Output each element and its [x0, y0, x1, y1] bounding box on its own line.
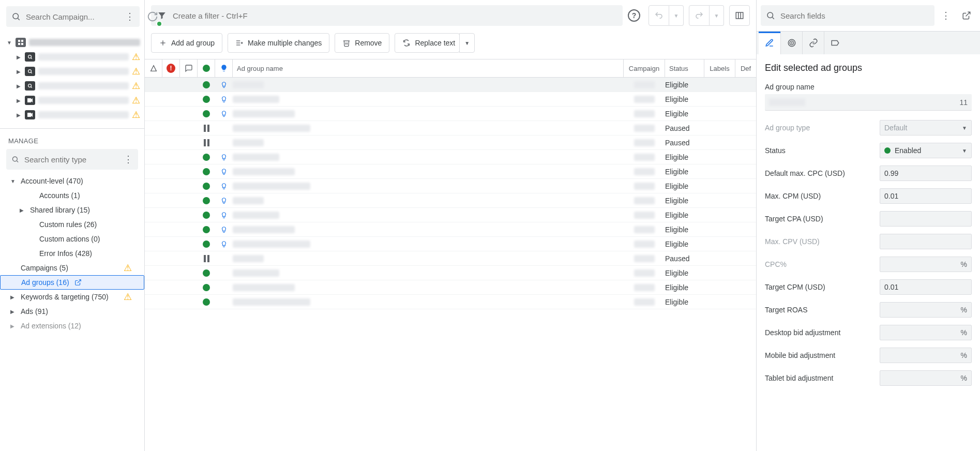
redo-button[interactable] [689, 5, 710, 26]
more-icon[interactable]: ⋮ [937, 6, 955, 25]
tab-edit[interactable] [759, 32, 780, 54]
sync-button[interactable] [144, 7, 161, 26]
table-row[interactable]: Eligible [145, 222, 756, 237]
table-row[interactable]: Eligible [145, 150, 756, 164]
make-multiple-changes-button[interactable]: Make multiple changes [228, 33, 329, 53]
tree-row[interactable]: ▶⚠ [4, 79, 140, 93]
table-row[interactable]: Eligible [145, 164, 756, 179]
entity-keywords-targeting[interactable]: ▶Keywords & targeting (750)⚠ [0, 290, 144, 304]
bulb-icon [220, 168, 228, 175]
table-row[interactable]: Eligible [145, 295, 756, 309]
table-row[interactable]: Eligible [145, 107, 756, 121]
help-icon[interactable]: ? [628, 9, 640, 22]
input-target-roas[interactable]: % [880, 302, 972, 318]
label-default-max-cpc: Default max. CPC (USD) [765, 169, 873, 177]
remove-button[interactable]: Remove [335, 33, 389, 53]
columns-button[interactable] [729, 5, 750, 26]
label-target-cpm: Target CPM (USD) [765, 283, 873, 291]
col-status[interactable]: Status [665, 59, 704, 77]
entity-accounts[interactable]: Accounts (1) [0, 188, 144, 203]
bulb-icon [220, 212, 228, 219]
input-ad-group-name[interactable]: 11 [765, 94, 972, 111]
status-enabled-icon [203, 284, 210, 291]
comment-icon [185, 64, 193, 72]
tree-row[interactable]: ▶⚠ [4, 93, 140, 108]
label-desktop-bid: Desktop bid adjustment [765, 328, 873, 337]
entity-custom-rules[interactable]: Custom rules (26) [0, 217, 144, 232]
more-icon[interactable]: ⋮ [124, 154, 133, 165]
tab-urls[interactable] [802, 32, 824, 54]
status-enabled-icon [203, 298, 210, 306]
search-campaign-icon [25, 81, 35, 91]
tab-targeting[interactable] [780, 32, 802, 54]
undo-button[interactable] [649, 5, 669, 26]
table-row[interactable]: Paused [145, 121, 756, 136]
campaign-search-input[interactable] [25, 12, 125, 22]
popout-icon[interactable] [957, 6, 976, 25]
col-ad-group-name[interactable]: Ad group name [233, 59, 624, 77]
table-row[interactable]: Eligible [145, 78, 756, 92]
tree-row[interactable]: ▶⚠ [4, 108, 140, 122]
table-row[interactable]: Eligible [145, 179, 756, 193]
table-row[interactable]: Eligible [145, 266, 756, 280]
edit-tabs [757, 32, 980, 54]
status-enabled-icon [203, 110, 210, 117]
replace-text-button[interactable]: Replace text [395, 33, 460, 53]
status-enabled-icon [203, 240, 210, 248]
entity-custom-actions[interactable]: Custom actions (0) [0, 232, 144, 246]
fields-search-input[interactable] [779, 11, 929, 21]
filter-bar[interactable] [151, 5, 623, 26]
horizontal-scrollbar[interactable] [145, 443, 756, 451]
status-paused-icon [204, 125, 209, 132]
more-icon[interactable]: ⋮ [125, 11, 134, 22]
input-target-cpm[interactable]: 0.01 [880, 279, 972, 295]
tree-row[interactable]: ▶⚠ [4, 50, 140, 64]
svg-rect-4 [18, 43, 20, 45]
entity-type-search[interactable]: ⋮ [6, 149, 138, 170]
col-default[interactable]: Def [735, 59, 756, 77]
add-ad-group-button[interactable]: Add ad group [151, 33, 222, 53]
table-row[interactable]: Eligible [145, 193, 756, 208]
input-desktop-bid[interactable]: % [880, 325, 972, 340]
bulb-icon [220, 81, 228, 88]
table-row[interactable]: Eligible [145, 92, 756, 107]
redo-dropdown[interactable]: ▼ [710, 5, 724, 26]
col-labels[interactable]: Labels [704, 59, 735, 77]
undo-dropdown[interactable]: ▼ [669, 5, 684, 26]
bulb-icon [220, 197, 228, 204]
col-campaign[interactable]: Campaign [624, 59, 665, 77]
undo-group: ▼ [649, 5, 684, 26]
filter-input[interactable] [172, 11, 616, 21]
replace-text-dropdown[interactable]: ▼ [459, 33, 475, 53]
table-row[interactable]: Eligible [145, 237, 756, 251]
campaign-search[interactable]: ⋮ [6, 6, 140, 27]
entity-account-level[interactable]: ▼Account-level (470) [0, 174, 144, 188]
svg-marker-13 [31, 98, 33, 102]
input-default-max-cpc[interactable]: 0.99 [880, 166, 972, 181]
entity-type-input[interactable] [23, 155, 124, 164]
entity-ad-groups[interactable]: Ad groups (16) [0, 275, 144, 290]
tab-labels[interactable] [824, 32, 846, 54]
warning-icon: ⚠ [124, 262, 132, 274]
table-row[interactable]: Eligible [145, 280, 756, 295]
open-external-icon[interactable] [74, 279, 82, 286]
fields-search[interactable] [761, 5, 934, 26]
input-tablet-bid[interactable]: % [880, 370, 972, 386]
tree-row[interactable]: ▼ [4, 35, 140, 50]
input-status[interactable]: Enabled▼ [880, 143, 972, 158]
input-max-cpm[interactable]: 0.01 [880, 188, 972, 204]
entity-campaigns[interactable]: Campaigns (5)⚠ [0, 261, 144, 275]
entity-shared-library[interactable]: ▶Shared library (15) [0, 203, 144, 217]
input-mobile-bid[interactable]: % [880, 348, 972, 363]
entity-ad-extensions[interactable]: ▶Ad extensions (12) [0, 319, 144, 333]
label-tablet-bid: Tablet bid adjustment [765, 374, 873, 382]
table-row[interactable]: Paused [145, 251, 756, 266]
grid-body[interactable]: EligibleEligibleEligiblePausedPausedElig… [145, 78, 756, 443]
table-row[interactable]: Paused [145, 136, 756, 150]
tree-row[interactable]: ▶⚠ [4, 64, 140, 79]
table-row[interactable]: Eligible [145, 208, 756, 222]
entity-error-infos[interactable]: Error Infos (428) [0, 246, 144, 261]
svg-rect-5 [21, 43, 23, 45]
entity-ads[interactable]: ▶Ads (91) [0, 304, 144, 319]
input-target-cpa[interactable] [880, 211, 972, 227]
